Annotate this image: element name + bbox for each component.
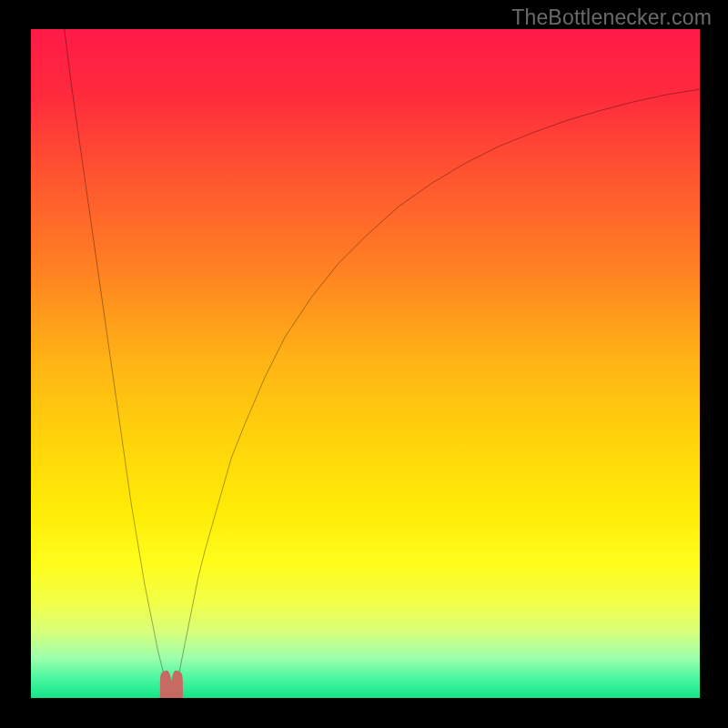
plot-area [31,29,700,698]
min-marker [31,29,700,698]
watermark-text: TheBottlenecker.com [511,5,712,30]
chart-frame: TheBottlenecker.com [0,0,728,728]
